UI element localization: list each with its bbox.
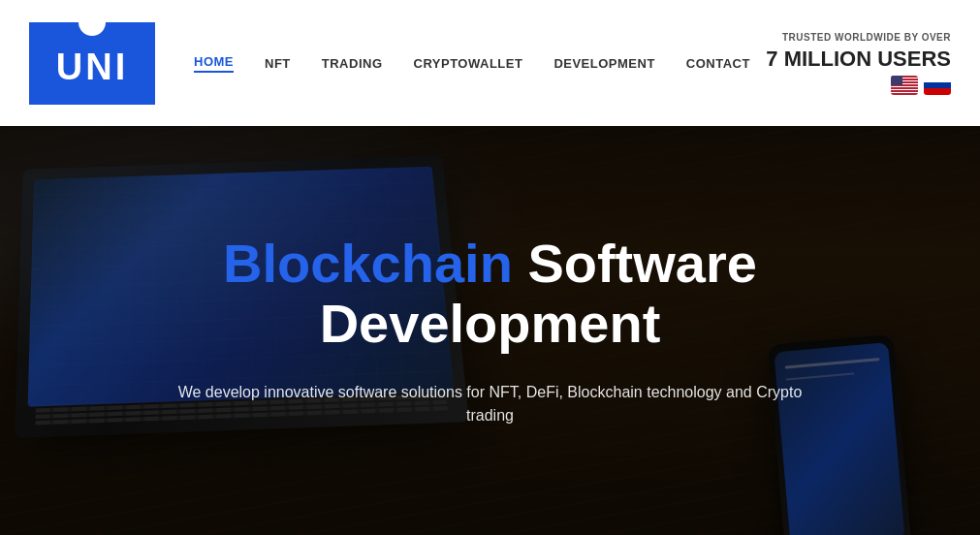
nav-item-trading[interactable]: TRADING bbox=[322, 56, 383, 71]
logo-box[interactable]: UNI bbox=[29, 22, 155, 105]
million-users-text: 7 MILLION USERS bbox=[766, 48, 951, 70]
header-right: TRUSTED WORLDWIDE BY OVER 7 MILLION USER… bbox=[766, 32, 951, 95]
nav-item-nft[interactable]: NFT bbox=[265, 56, 291, 71]
nav-item-development[interactable]: DEVELOPMENT bbox=[553, 56, 654, 71]
logo-container: UNI bbox=[29, 22, 155, 105]
hero-section: Blockchain Software Development We devel… bbox=[0, 126, 980, 535]
flag-us[interactable] bbox=[891, 76, 918, 95]
hero-content: Blockchain Software Development We devel… bbox=[0, 126, 980, 535]
main-nav: HOME NFT TRADING CRYPTOWALLET DEVELOPMEN… bbox=[194, 54, 766, 73]
hero-title: Blockchain Software Development bbox=[58, 234, 922, 353]
header: UNI HOME NFT TRADING CRYPTOWALLET DEVELO… bbox=[0, 0, 980, 126]
logo-notch bbox=[79, 22, 106, 36]
nav-item-cryptowallet[interactable]: CRYPTOWALLET bbox=[414, 56, 523, 71]
nav-item-contact[interactable]: CONTACT bbox=[686, 56, 750, 71]
flag-ru[interactable] bbox=[924, 76, 951, 95]
hero-subtitle: We develop innovative software solutions… bbox=[161, 381, 820, 427]
trusted-text: TRUSTED WORLDWIDE BY OVER bbox=[782, 32, 951, 43]
nav-item-home[interactable]: HOME bbox=[194, 54, 234, 73]
flags-container bbox=[891, 76, 951, 95]
logo-text: UNI bbox=[56, 47, 128, 88]
hero-title-blue: Blockchain bbox=[223, 233, 513, 294]
